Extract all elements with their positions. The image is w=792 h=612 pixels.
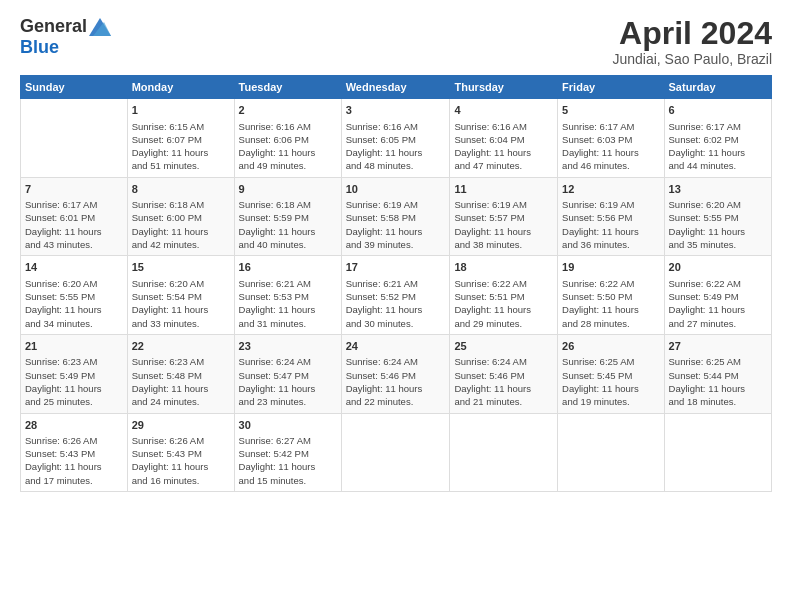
day-number: 8	[132, 182, 230, 197]
day-info: Sunrise: 6:24 AMSunset: 5:47 PMDaylight:…	[239, 355, 337, 408]
day-number: 12	[562, 182, 659, 197]
header-monday: Monday	[127, 76, 234, 99]
day-cell: 7Sunrise: 6:17 AMSunset: 6:01 PMDaylight…	[21, 177, 128, 256]
day-number: 13	[669, 182, 767, 197]
day-cell: 16Sunrise: 6:21 AMSunset: 5:53 PMDayligh…	[234, 256, 341, 335]
day-cell: 4Sunrise: 6:16 AMSunset: 6:04 PMDaylight…	[450, 99, 558, 178]
day-number: 4	[454, 103, 553, 118]
day-cell: 28Sunrise: 6:26 AMSunset: 5:43 PMDayligh…	[21, 413, 128, 492]
day-number: 14	[25, 260, 123, 275]
day-number: 2	[239, 103, 337, 118]
day-number: 23	[239, 339, 337, 354]
day-info: Sunrise: 6:22 AMSunset: 5:50 PMDaylight:…	[562, 277, 659, 330]
day-number: 22	[132, 339, 230, 354]
header: General Blue April 2024 Jundiai, Sao Pau…	[20, 16, 772, 67]
header-wednesday: Wednesday	[341, 76, 450, 99]
day-cell	[21, 99, 128, 178]
week-row-4: 21Sunrise: 6:23 AMSunset: 5:49 PMDayligh…	[21, 334, 772, 413]
header-friday: Friday	[558, 76, 664, 99]
day-info: Sunrise: 6:21 AMSunset: 5:53 PMDaylight:…	[239, 277, 337, 330]
day-number: 5	[562, 103, 659, 118]
day-cell: 13Sunrise: 6:20 AMSunset: 5:55 PMDayligh…	[664, 177, 771, 256]
day-number: 6	[669, 103, 767, 118]
day-number: 26	[562, 339, 659, 354]
day-info: Sunrise: 6:16 AMSunset: 6:05 PMDaylight:…	[346, 120, 446, 173]
header-sunday: Sunday	[21, 76, 128, 99]
day-info: Sunrise: 6:22 AMSunset: 5:49 PMDaylight:…	[669, 277, 767, 330]
week-row-5: 28Sunrise: 6:26 AMSunset: 5:43 PMDayligh…	[21, 413, 772, 492]
day-info: Sunrise: 6:23 AMSunset: 5:49 PMDaylight:…	[25, 355, 123, 408]
subtitle: Jundiai, Sao Paulo, Brazil	[612, 51, 772, 67]
day-info: Sunrise: 6:26 AMSunset: 5:43 PMDaylight:…	[132, 434, 230, 487]
day-info: Sunrise: 6:19 AMSunset: 5:58 PMDaylight:…	[346, 198, 446, 251]
day-number: 21	[25, 339, 123, 354]
page: General Blue April 2024 Jundiai, Sao Pau…	[0, 0, 792, 612]
day-info: Sunrise: 6:24 AMSunset: 5:46 PMDaylight:…	[454, 355, 553, 408]
day-number: 7	[25, 182, 123, 197]
day-info: Sunrise: 6:17 AMSunset: 6:01 PMDaylight:…	[25, 198, 123, 251]
day-info: Sunrise: 6:24 AMSunset: 5:46 PMDaylight:…	[346, 355, 446, 408]
day-number: 28	[25, 418, 123, 433]
day-cell: 10Sunrise: 6:19 AMSunset: 5:58 PMDayligh…	[341, 177, 450, 256]
day-info: Sunrise: 6:19 AMSunset: 5:56 PMDaylight:…	[562, 198, 659, 251]
day-number: 30	[239, 418, 337, 433]
month-title: April 2024	[612, 16, 772, 51]
day-info: Sunrise: 6:18 AMSunset: 6:00 PMDaylight:…	[132, 198, 230, 251]
day-cell: 23Sunrise: 6:24 AMSunset: 5:47 PMDayligh…	[234, 334, 341, 413]
day-info: Sunrise: 6:23 AMSunset: 5:48 PMDaylight:…	[132, 355, 230, 408]
week-row-3: 14Sunrise: 6:20 AMSunset: 5:55 PMDayligh…	[21, 256, 772, 335]
calendar-table: Sunday Monday Tuesday Wednesday Thursday…	[20, 75, 772, 492]
day-number: 16	[239, 260, 337, 275]
logo-general-text: General	[20, 16, 87, 37]
day-number: 25	[454, 339, 553, 354]
day-info: Sunrise: 6:17 AMSunset: 6:02 PMDaylight:…	[669, 120, 767, 173]
title-block: April 2024 Jundiai, Sao Paulo, Brazil	[612, 16, 772, 67]
day-info: Sunrise: 6:15 AMSunset: 6:07 PMDaylight:…	[132, 120, 230, 173]
day-cell	[558, 413, 664, 492]
week-row-1: 1Sunrise: 6:15 AMSunset: 6:07 PMDaylight…	[21, 99, 772, 178]
day-cell: 26Sunrise: 6:25 AMSunset: 5:45 PMDayligh…	[558, 334, 664, 413]
day-cell: 12Sunrise: 6:19 AMSunset: 5:56 PMDayligh…	[558, 177, 664, 256]
day-info: Sunrise: 6:25 AMSunset: 5:44 PMDaylight:…	[669, 355, 767, 408]
day-number: 17	[346, 260, 446, 275]
day-number: 27	[669, 339, 767, 354]
day-info: Sunrise: 6:25 AMSunset: 5:45 PMDaylight:…	[562, 355, 659, 408]
day-info: Sunrise: 6:18 AMSunset: 5:59 PMDaylight:…	[239, 198, 337, 251]
day-info: Sunrise: 6:20 AMSunset: 5:54 PMDaylight:…	[132, 277, 230, 330]
day-info: Sunrise: 6:22 AMSunset: 5:51 PMDaylight:…	[454, 277, 553, 330]
day-cell: 24Sunrise: 6:24 AMSunset: 5:46 PMDayligh…	[341, 334, 450, 413]
day-cell: 21Sunrise: 6:23 AMSunset: 5:49 PMDayligh…	[21, 334, 128, 413]
day-cell: 9Sunrise: 6:18 AMSunset: 5:59 PMDaylight…	[234, 177, 341, 256]
day-info: Sunrise: 6:26 AMSunset: 5:43 PMDaylight:…	[25, 434, 123, 487]
day-cell: 8Sunrise: 6:18 AMSunset: 6:00 PMDaylight…	[127, 177, 234, 256]
day-number: 3	[346, 103, 446, 118]
logo-icon	[89, 18, 111, 36]
day-cell: 1Sunrise: 6:15 AMSunset: 6:07 PMDaylight…	[127, 99, 234, 178]
day-info: Sunrise: 6:19 AMSunset: 5:57 PMDaylight:…	[454, 198, 553, 251]
day-cell	[341, 413, 450, 492]
day-info: Sunrise: 6:21 AMSunset: 5:52 PMDaylight:…	[346, 277, 446, 330]
day-cell: 2Sunrise: 6:16 AMSunset: 6:06 PMDaylight…	[234, 99, 341, 178]
day-cell: 19Sunrise: 6:22 AMSunset: 5:50 PMDayligh…	[558, 256, 664, 335]
day-cell: 6Sunrise: 6:17 AMSunset: 6:02 PMDaylight…	[664, 99, 771, 178]
day-cell: 3Sunrise: 6:16 AMSunset: 6:05 PMDaylight…	[341, 99, 450, 178]
day-cell: 29Sunrise: 6:26 AMSunset: 5:43 PMDayligh…	[127, 413, 234, 492]
day-cell: 27Sunrise: 6:25 AMSunset: 5:44 PMDayligh…	[664, 334, 771, 413]
day-cell: 18Sunrise: 6:22 AMSunset: 5:51 PMDayligh…	[450, 256, 558, 335]
day-cell: 25Sunrise: 6:24 AMSunset: 5:46 PMDayligh…	[450, 334, 558, 413]
header-tuesday: Tuesday	[234, 76, 341, 99]
day-cell: 17Sunrise: 6:21 AMSunset: 5:52 PMDayligh…	[341, 256, 450, 335]
day-number: 1	[132, 103, 230, 118]
header-row: Sunday Monday Tuesday Wednesday Thursday…	[21, 76, 772, 99]
logo-blue-text: Blue	[20, 37, 59, 58]
day-info: Sunrise: 6:17 AMSunset: 6:03 PMDaylight:…	[562, 120, 659, 173]
day-info: Sunrise: 6:16 AMSunset: 6:06 PMDaylight:…	[239, 120, 337, 173]
day-cell	[664, 413, 771, 492]
day-info: Sunrise: 6:20 AMSunset: 5:55 PMDaylight:…	[25, 277, 123, 330]
day-number: 29	[132, 418, 230, 433]
day-number: 19	[562, 260, 659, 275]
day-number: 9	[239, 182, 337, 197]
header-thursday: Thursday	[450, 76, 558, 99]
day-number: 11	[454, 182, 553, 197]
day-number: 24	[346, 339, 446, 354]
